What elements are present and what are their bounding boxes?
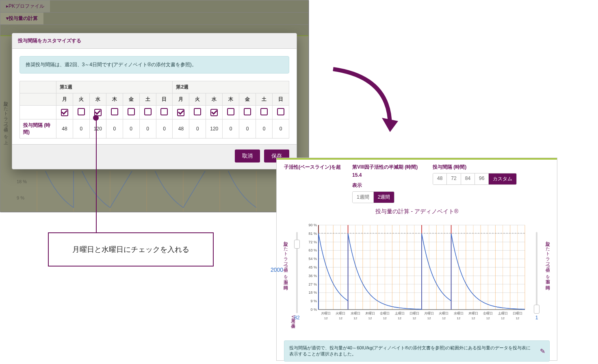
svg-text:36 %: 36 % [308, 274, 317, 278]
checkbox-w2-sun[interactable] [277, 108, 284, 115]
interval-96-button[interactable]: 96 [475, 173, 489, 184]
interval-row-label: 投与間隔 (時間) [20, 119, 56, 139]
display-1week-button[interactable]: 1週間 [353, 192, 374, 203]
svg-text:金曜日: 金曜日 [483, 312, 493, 315]
checkbox-w2-wed[interactable] [210, 109, 218, 116]
svg-text:12: 12 [412, 316, 416, 320]
week1-header: 第1週 [56, 81, 173, 93]
svg-text:12: 12 [383, 316, 387, 320]
annotation-pointer-line [96, 118, 97, 232]
svg-text:72 %: 72 % [308, 240, 317, 244]
svg-text:12: 12 [457, 316, 460, 320]
interval-48-button[interactable]: 48 [433, 173, 447, 184]
callout-text: 月曜日と水曜日にチェックを入れる [72, 245, 189, 254]
svg-text:12: 12 [368, 316, 372, 320]
display-2week-button[interactable]: 2週間 [374, 192, 394, 203]
checkbox-w2-mon[interactable] [177, 109, 184, 116]
left-slider[interactable]: 82 [294, 232, 300, 313]
left-app-panel: ▸PKプロファイル ▾投与量の計算 設定したトラフ値(%)を上 18 % 9 % [0, 0, 309, 212]
bg-chart-fragment: 18 % 9 % [13, 171, 297, 212]
svg-text:12: 12 [516, 316, 519, 320]
svg-text:火曜日: 火曜日 [439, 312, 448, 315]
svg-text:12: 12 [442, 316, 446, 320]
annotation-callout: 月曜日と水曜日にチェックを入れる [48, 232, 214, 266]
svg-text:土曜日: 土曜日 [395, 312, 405, 315]
checkbox-w2-sat[interactable] [260, 108, 268, 115]
svg-text:12: 12 [472, 316, 475, 320]
svg-text:9 %: 9 % [310, 299, 317, 303]
customize-interval-modal: 投与間隔をカスタマイズする 推奨投与間隔は、週2回、3～4日間です(アディノベイ… [12, 33, 297, 169]
pk-chart: 2000 設定したトラフ値(%)を上回る時間 設定したトラフ値(%)を下回る時間… [283, 218, 551, 336]
svg-text:0 %: 0 % [310, 308, 317, 312]
week2-header: 第2週 [173, 81, 289, 93]
svg-text:12: 12 [339, 316, 342, 320]
svg-text:12: 12 [398, 316, 401, 320]
halflife-label: 第VIII因子活性の半減期 (時間) [352, 164, 421, 171]
checkbox-w1-fri[interactable] [128, 108, 135, 115]
baseline-label: 子活性(ベースライン)を超 [284, 164, 341, 171]
edit-icon[interactable]: ✎ [540, 347, 545, 355]
interval-hours-row: 投与間隔 (時間) 4801200000 4801200000 [20, 119, 289, 139]
checkbox-w2-tue[interactable] [194, 108, 201, 115]
modal-title: 投与間隔をカスタマイズする [12, 33, 297, 49]
svg-text:12: 12 [427, 316, 431, 320]
svg-text:月曜日: 月曜日 [424, 312, 434, 315]
interval-label: 投与間隔 (時間) [433, 164, 550, 171]
svg-text:81 %: 81 % [308, 232, 317, 236]
interval-84-button[interactable]: 84 [461, 173, 475, 184]
svg-text:63 %: 63 % [308, 248, 317, 252]
svg-text:54 %: 54 % [308, 257, 317, 261]
y2-axis-label: 第VIII因子(%) [290, 315, 296, 328]
svg-text:月曜日: 月曜日 [321, 312, 331, 315]
svg-text:12: 12 [324, 316, 328, 320]
display-period-group: 1週間 2週間 [352, 191, 394, 203]
svg-text:日曜日: 日曜日 [513, 312, 522, 315]
right-vert-label: 設定したトラフ値(%)を下回る時間 [545, 238, 551, 282]
svg-text:12: 12 [501, 316, 505, 320]
result-message-text: 投与間隔が適切で、投与量が40～60IU/kg(アディノベイト®の添付文書を参照… [289, 345, 531, 356]
cancel-button[interactable]: 取消 [235, 150, 260, 162]
svg-text:27 %: 27 % [308, 282, 317, 286]
svg-text:金曜日: 金曜日 [380, 312, 390, 315]
checkbox-w1-sun[interactable] [160, 108, 168, 115]
halflife-value: 15.4 [352, 172, 421, 178]
svg-text:土曜日: 土曜日 [498, 312, 508, 315]
recommended-interval-notice: 推奨投与間隔は、週2回、3～4日間です(アディノベイト®の添付文書を参照)。 [20, 56, 289, 74]
svg-text:18 %: 18 % [308, 290, 317, 295]
interval-72-button[interactable]: 72 [447, 173, 461, 184]
checkbox-w1-thu[interactable] [111, 108, 118, 115]
chart-title: 投与量の計算 - アディノベイト® [277, 208, 557, 215]
svg-text:90 %: 90 % [308, 223, 317, 227]
right-result-panel: 子活性(ベースライン)を超 第VIII因子活性の半減期 (時間) 15.4 表示… [276, 158, 557, 361]
checkbox-w2-thu[interactable] [227, 108, 234, 115]
iu-value: 2000 [271, 266, 283, 273]
svg-text:45 %: 45 % [308, 265, 317, 269]
svg-text:12: 12 [486, 316, 490, 320]
arrow-icon [325, 61, 406, 142]
right-slider-value: 1 [535, 315, 538, 321]
svg-text:木曜日: 木曜日 [468, 312, 478, 315]
svg-text:18 %: 18 % [17, 179, 27, 184]
checkbox-row [20, 106, 289, 119]
svg-text:木曜日: 木曜日 [365, 312, 375, 315]
checkbox-w2-fri[interactable] [244, 108, 251, 115]
schedule-table: 第1週 第2週 月火水木金土日 月火水木金土日 [20, 81, 289, 139]
svg-text:日曜日: 日曜日 [410, 312, 419, 315]
right-slider[interactable]: 1 [534, 232, 540, 313]
svg-text:9 %: 9 % [17, 195, 24, 200]
checkbox-w1-sat[interactable] [144, 108, 152, 115]
svg-text:火曜日: 火曜日 [336, 312, 345, 315]
display-label: 表示 [352, 182, 421, 189]
svg-text:水曜日: 水曜日 [454, 312, 464, 315]
result-message: 投与間隔が適切で、投与量が40～60IU/kg(アディノベイト®の添付文書を参照… [284, 340, 550, 362]
svg-text:12: 12 [353, 316, 357, 320]
checkbox-w1-tue[interactable] [78, 108, 85, 115]
checkbox-w1-mon[interactable] [61, 109, 68, 116]
svg-marker-9 [382, 118, 398, 132]
svg-text:水曜日: 水曜日 [351, 312, 360, 315]
interval-custom-button[interactable]: カスタム [489, 173, 516, 184]
interval-button-group: 48 72 84 96 カスタム [433, 173, 517, 185]
left-vert-label: 設定したトラフ値(%)を上回る時間 [283, 238, 289, 282]
